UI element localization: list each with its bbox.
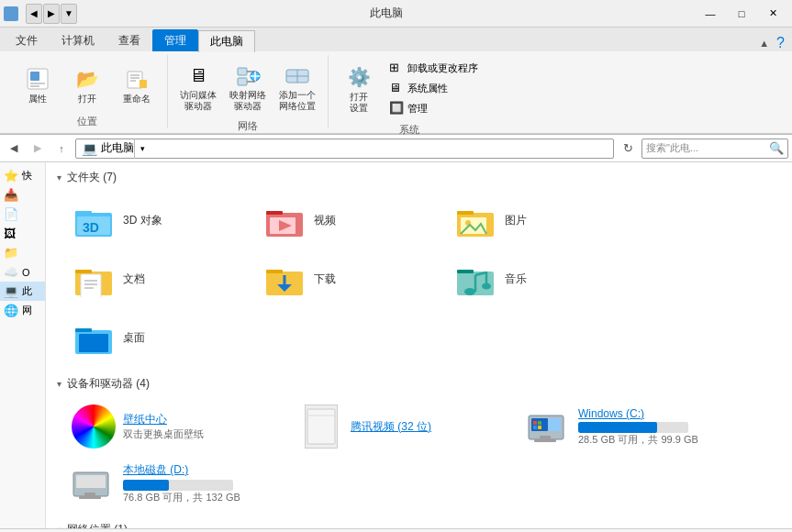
forward-arrow[interactable]: ▶ — [43, 4, 60, 24]
map-network-button[interactable]: 映射网络驱动器 — [225, 59, 271, 114]
minimize-button[interactable]: — — [695, 1, 726, 27]
sidebar-item-network[interactable]: 🌐 网 — [0, 301, 45, 320]
devices-title: 设备和驱动器 (4) — [67, 376, 150, 392]
network-group-label: 网络 — [238, 119, 258, 133]
network-toggle[interactable]: ▾ — [57, 525, 61, 528]
pics-icon: 🖼 — [4, 227, 16, 240]
sidebar-item-folder[interactable]: 📁 — [0, 243, 45, 262]
folder-video-item[interactable]: 视频 — [257, 194, 441, 246]
up-button[interactable]: ↑ — [51, 139, 72, 159]
add-network-button[interactable]: 添加一个网络位置 — [274, 59, 320, 114]
network-icon: 🌐 — [4, 304, 18, 317]
folder-pic-item[interactable]: 图片 — [448, 194, 631, 246]
properties-button[interactable]: 属性 — [15, 62, 61, 106]
system-props-icon: 🖥 — [389, 81, 404, 95]
folder-docs-label: 文档 — [123, 272, 145, 287]
folder-video-icon — [262, 198, 307, 242]
tab-file[interactable]: 文件 — [4, 29, 50, 51]
map-network-label: 映射网络驱动器 — [229, 90, 266, 112]
drive-d-row: 本地磁盘 (D:) 76.8 GB 可用，共 132 GB — [57, 458, 781, 509]
svg-rect-57 — [534, 439, 556, 442]
path-icon: 💻 — [82, 141, 97, 156]
tab-manage[interactable]: 管理 — [152, 29, 198, 51]
manage-label: 管理 — [407, 102, 428, 116]
system-properties-button[interactable]: 🖥 系统属性 — [385, 79, 482, 97]
folder-download-item[interactable]: 下载 — [257, 253, 441, 305]
network-section-header: ▾ 网络位置 (1) — [57, 522, 781, 528]
folder-music-item[interactable]: 音乐 — [448, 253, 631, 305]
system-props-label: 系统属性 — [407, 82, 448, 95]
docs-icon: 📄 — [4, 207, 18, 221]
folders-toggle[interactable]: ▾ — [57, 172, 61, 183]
tencent-video-item[interactable]: 腾讯视频 (32 位) — [294, 401, 514, 452]
sidebar-item-thispc[interactable]: 💻 此 — [0, 282, 45, 301]
folder-desktop-label: 桌面 — [123, 330, 145, 346]
tab-driver-tools[interactable]: 此电脑 — [198, 30, 255, 52]
manage-button[interactable]: 🔲 管理 — [385, 99, 482, 117]
location-group-label: 位置 — [77, 115, 97, 128]
drive-d-name: 本地磁盘 (D:) — [123, 462, 240, 478]
uninstall-label: 卸载或更改程序 — [407, 61, 478, 75]
rename-icon — [122, 64, 151, 94]
maximize-button[interactable]: □ — [726, 1, 757, 27]
open-settings-button[interactable]: ⚙️ 打开设置 — [336, 61, 382, 116]
folder-docs-item[interactable]: 文档 — [66, 253, 250, 305]
folders-section-header: ▾ 文件夹 (7) — [57, 170, 781, 185]
wallpaper-center-item[interactable]: 壁纸中心 双击更换桌面壁纸 — [66, 401, 286, 452]
svg-rect-66 — [79, 496, 101, 499]
drive-c-icon — [527, 405, 571, 449]
drive-c-info: Windows (C:) 28.5 GB 可用，共 99.9 GB — [578, 407, 698, 447]
folder-desktop-item[interactable]: 桌面 — [66, 312, 250, 363]
drive-d-progress-container — [123, 480, 233, 491]
drive-d-item[interactable]: 本地磁盘 (D:) 76.8 GB 可用，共 132 GB — [66, 458, 286, 509]
search-box[interactable]: 搜索"此电... 🔍 — [641, 139, 788, 159]
tab-view[interactable]: 查看 — [106, 29, 152, 51]
quickaccess-label: 快 — [22, 169, 32, 183]
svg-rect-51 — [307, 409, 335, 444]
ribbon-group-system: ⚙️ 打开设置 ⊞ 卸载或更改程序 🖥 系统属性 🔲 管理 — [329, 55, 489, 128]
open-button[interactable]: 📂 打开 — [64, 62, 110, 106]
folder-docs-icon — [72, 257, 116, 301]
forward-button[interactable]: ▶ — [28, 139, 48, 159]
manage-icon: 🔲 — [389, 101, 404, 116]
ribbon-group-location: 属性 📂 打开 重命 — [7, 55, 168, 128]
ribbon-tab-bar: 文件 计算机 查看 管理 此电脑 ▲ ? — [0, 28, 792, 51]
devices-toggle[interactable]: ▾ — [57, 379, 61, 389]
sidebar-item-onedrive[interactable]: ☁️ O — [0, 262, 45, 282]
address-dropdown[interactable]: ▾ — [134, 139, 151, 159]
network-items: 🖥 访问媒体驱动器 — [175, 55, 320, 117]
folder-pic-icon — [453, 198, 497, 242]
drive-c-item[interactable]: Windows (C:) 28.5 GB 可用，共 99.9 GB — [521, 401, 760, 452]
back-arrow[interactable]: ◀ — [26, 4, 42, 24]
sidebar-item-pics[interactable]: 🖼 — [0, 224, 45, 243]
uninstall-button[interactable]: ⊞ 卸载或更改程序 — [385, 59, 482, 77]
address-path[interactable]: 💻 此电脑 ▾ — [75, 139, 614, 159]
refresh-button[interactable]: ↻ — [618, 139, 638, 159]
sidebar: ⭐ 快 📥 📄 🖼 📁 ☁️ O 💻 此 🌐 网 — [0, 162, 46, 528]
svg-rect-42 — [457, 270, 474, 273]
drive-c-progress-bar — [578, 422, 657, 433]
title-bar: ◀ ▶ ▼ 此电脑 — □ ✕ — [0, 0, 792, 28]
folders-grid: 3D 3D 对象 视频 — [57, 194, 781, 363]
wallpaper-center-sub: 双击更换桌面壁纸 — [123, 427, 204, 441]
quickaccess-icon: ⭐ — [4, 169, 18, 183]
tab-computer[interactable]: 计算机 — [50, 29, 106, 51]
folder-3d-item[interactable]: 3D 3D 对象 — [66, 194, 250, 246]
sidebar-item-docs[interactable]: 📄 — [0, 205, 45, 224]
devices-row: 壁纸中心 双击更换桌面壁纸 腾讯视频 (32 位) — [57, 401, 781, 452]
window-controls: — □ ✕ — [695, 1, 788, 27]
rename-button[interactable]: 重命名 — [114, 62, 160, 106]
access-media-button[interactable]: 🖥 访问媒体驱动器 — [175, 59, 221, 114]
back-button[interactable]: ◀ — [4, 139, 24, 159]
close-button[interactable]: ✕ — [757, 1, 788, 27]
folder-video-label: 视频 — [314, 213, 336, 228]
ribbon-collapse[interactable]: ▲ ? — [759, 35, 792, 51]
svg-rect-59 — [533, 421, 537, 425]
folder-download-label: 下载 — [314, 272, 336, 287]
down-arrow[interactable]: ▼ — [61, 4, 77, 24]
sidebar-item-downloads[interactable]: 📥 — [0, 185, 45, 205]
sidebar-item-quickaccess[interactable]: ⭐ 快 — [0, 166, 45, 185]
main-area: ⭐ 快 📥 📄 🖼 📁 ☁️ O 💻 此 🌐 网 ▾ — [0, 162, 792, 528]
svg-rect-10 — [238, 78, 247, 85]
folder-pic-label: 图片 — [505, 213, 527, 228]
